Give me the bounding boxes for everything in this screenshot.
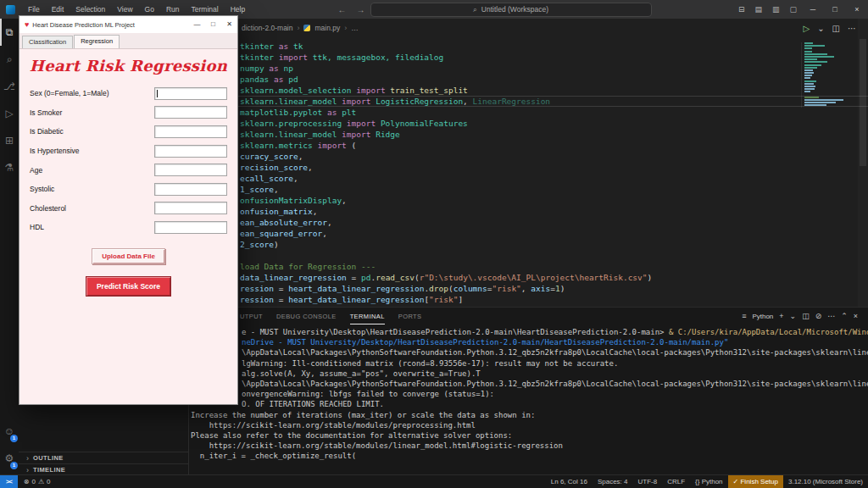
extensions-icon[interactable]: ⊞ (0, 127, 19, 154)
remote-indicator[interactable]: >< (0, 475, 18, 488)
field-label: Is Diabetic (30, 127, 64, 136)
window-maximize-button[interactable]: □ (824, 0, 846, 19)
close-panel-icon[interactable]: × (854, 312, 858, 320)
code-editor[interactable]: tkinter as tktkinter import ttk, message… (189, 37, 868, 307)
split-editor-icon[interactable]: ◫ (832, 24, 840, 33)
panel-tab-terminal[interactable]: TERMINAL (350, 308, 385, 324)
encoding[interactable]: UTF-8 (633, 475, 663, 488)
code-line (189, 250, 868, 261)
toggle-panel-icon[interactable]: ⊟ (733, 0, 750, 19)
breadcrumb-symbol[interactable]: … (351, 24, 359, 32)
finish-setup[interactable]: ✓ Finish Setup (728, 475, 783, 488)
entry-field-2[interactable] (154, 125, 227, 138)
indentation[interactable]: Spaces: 4 (593, 475, 633, 488)
terminal-line: \AppData\Local\Packages\PythonSoftwareFo… (191, 379, 868, 389)
kill-terminal-icon[interactable]: ⊘ (815, 312, 822, 320)
tk-maximize-button[interactable]: □ (205, 16, 221, 33)
problems-status[interactable]: ⊗ 0 ⚠ 0 (18, 478, 57, 485)
timeline-section-header[interactable]: › TIMELINE (19, 463, 188, 475)
form-row: Is Hypertensive (30, 141, 227, 161)
entry-field-6[interactable] (154, 202, 227, 214)
tk-minimize-button[interactable]: — (189, 16, 205, 33)
minimap-line (804, 45, 857, 47)
code-token: pandas (240, 75, 274, 84)
predict-risk-score-button[interactable]: Predict Risk Score (86, 276, 171, 297)
terminal-panel: UTPUTDEBUG CONSOLETERMINALPORTS ≡ Python… (189, 307, 868, 476)
language-mode[interactable]: {} Python (690, 475, 727, 488)
terminal-output[interactable]: e - MUST University\Desktop\HeartDisease… (189, 324, 868, 461)
code-token: data_linear_regression (240, 273, 352, 282)
code-token: curacy_score (240, 152, 298, 161)
settings-gear-icon[interactable]: ⚙1 (0, 445, 19, 472)
terminal-profile-label[interactable]: Python (752, 313, 773, 320)
terminal-dropdown-icon[interactable]: ⌄ (790, 312, 797, 320)
breadcrumb-folder[interactable]: diction-2.0-main (242, 24, 292, 32)
toggle-sidebar-icon[interactable]: ▤ (749, 0, 767, 19)
run-debug-icon[interactable]: ▷ (0, 100, 19, 127)
eol[interactable]: CRLF (662, 475, 690, 488)
tk-regression-page: Heart Risk Regression Sex (0=Female, 1=M… (19, 57, 237, 413)
command-center-search[interactable]: ⌕ Untitled (Workspace) (370, 3, 652, 17)
editor-scrollbar-thumb[interactable] (860, 39, 866, 166)
search-icon[interactable]: ⌕ (0, 46, 19, 73)
code-line: onfusion_matrix, (189, 206, 868, 217)
code-line: sklearn.preprocessing import PolynomialF… (189, 118, 868, 129)
chevron-right-icon: › (26, 454, 29, 463)
testing-icon[interactable]: ⚗ (0, 154, 19, 181)
encoding-label: UTF-8 (638, 478, 658, 485)
breadcrumb-file[interactable]: main.py (314, 24, 340, 32)
entry-field-3[interactable] (154, 145, 227, 158)
explorer-icon[interactable]: ⧉ (0, 19, 19, 46)
tk-close-button[interactable]: ✕ (221, 16, 237, 33)
search-icon-glyph: ⌕ (7, 53, 13, 65)
run-python-file-button[interactable]: ▷ (803, 24, 810, 33)
terminal-line: alg.solve(A, Xy, assume_a="pos", overwri… (191, 369, 868, 379)
field-label: Age (30, 166, 42, 175)
code-token: , (308, 163, 313, 172)
window-minimize-button[interactable]: ─ (802, 0, 824, 19)
customize-layout-icon[interactable]: ▢ (784, 0, 802, 19)
outline-section-header[interactable]: › OUTLINE (19, 452, 188, 463)
code-line: onfusionMatrixDisplay, (189, 195, 868, 206)
panel-tab-debug-console[interactable]: DEBUG CONSOLE (276, 308, 337, 324)
entry-field-7[interactable] (154, 221, 227, 234)
upload-data-file-button[interactable]: Upload Data File (92, 248, 165, 264)
code-token: import (342, 130, 370, 139)
tab-regression[interactable]: Regression (74, 35, 120, 48)
account-icon[interactable]: ☺1 (0, 418, 19, 445)
python-interpreter-label: 3.12.10 (Microsoft Store) (788, 478, 863, 485)
panel-more-icon[interactable]: ⋯ (827, 312, 835, 320)
maximize-panel-icon[interactable]: ⌃ (841, 312, 848, 320)
terminal-text: & C:/Users/kira/AppData/Local/Microsoft/… (669, 328, 868, 336)
form-row: Is Diabetic (30, 122, 227, 141)
outline-label: OUTLINE (33, 454, 64, 462)
entry-field-4[interactable] (154, 164, 227, 176)
nav-back-icon[interactable]: ← (333, 5, 352, 14)
nav-forward-icon[interactable]: → (352, 5, 370, 14)
entry-field-1[interactable] (154, 106, 227, 119)
window-close-button[interactable]: × (846, 0, 868, 19)
python-interpreter[interactable]: 3.12.10 (Microsoft Store) (783, 475, 868, 488)
toggle-secondary-sidebar-icon[interactable]: ▥ (767, 0, 785, 19)
entry-field-0[interactable] (154, 87, 227, 100)
editor-more-actions-icon[interactable]: ⋯ (848, 24, 856, 33)
run-dropdown-icon[interactable]: ⌄ (817, 24, 824, 33)
editor-scrollbar[interactable] (858, 19, 868, 307)
terminal-text: alg.solve(A, Xy, assume_a="pos", overwri… (242, 369, 481, 378)
code-token: sklearn.metrics (240, 141, 318, 150)
entry-field-5[interactable] (154, 183, 227, 196)
tk-titlebar[interactable]: ♥ Heart Disease Prediction ML Project — … (19, 16, 237, 33)
code-token: 2_score (240, 240, 274, 249)
minimap-bar (804, 77, 810, 79)
tab-classification[interactable]: Classification (22, 36, 73, 48)
cursor-position[interactable]: Ln 6, Col 16 (546, 475, 593, 488)
source-control-icon[interactable]: ⎇ (0, 73, 19, 100)
minimap-line (804, 67, 857, 69)
code-token: ean_absolute_error (240, 218, 327, 227)
code-line: matplotlib.pyplot as plt (189, 107, 868, 118)
panel-tab-utput[interactable]: UTPUT (240, 308, 263, 324)
panel-tab-ports[interactable]: PORTS (398, 308, 422, 324)
minimap[interactable] (801, 42, 857, 108)
new-terminal-icon[interactable]: + (779, 312, 783, 320)
split-terminal-icon[interactable]: ◫ (802, 312, 810, 320)
